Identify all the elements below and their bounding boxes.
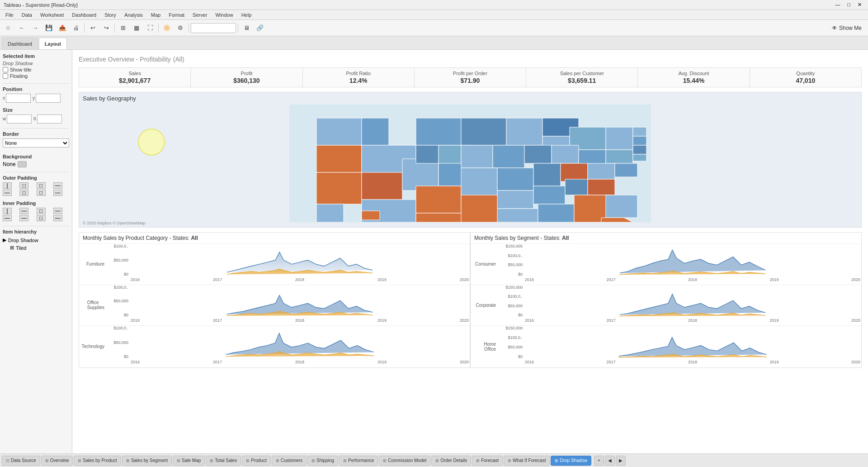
toolbar-print-btn[interactable]: 🖨 bbox=[70, 22, 82, 34]
hierarchy-child-label: Tiled bbox=[16, 245, 26, 251]
menu-map[interactable]: Map bbox=[147, 11, 164, 19]
tab-add-btn[interactable]: + bbox=[594, 456, 604, 466]
tab-forecast-label: Forecast bbox=[481, 458, 499, 463]
tab-customers[interactable]: ⊞ Customers bbox=[272, 456, 307, 466]
floating-checkbox[interactable] bbox=[3, 73, 8, 79]
toolbar-device-btn[interactable]: 🖥 bbox=[240, 22, 253, 34]
tab-shipping-label: Shipping bbox=[316, 458, 334, 463]
toolbar-publish-btn[interactable]: 📤 bbox=[56, 22, 69, 34]
toolbar-grid-btn[interactable]: ⊞ bbox=[117, 22, 129, 34]
menu-data[interactable]: Data bbox=[18, 11, 36, 19]
tab-scroll-left[interactable]: ◀ bbox=[605, 456, 615, 466]
toolbar-fit-btn[interactable]: ⛶ bbox=[144, 22, 156, 34]
minimize-btn[interactable]: — bbox=[832, 2, 843, 8]
h-label: h bbox=[33, 116, 36, 121]
state-ar bbox=[497, 191, 533, 209]
outer-pad-tr2[interactable]: — bbox=[53, 182, 62, 189]
background-color-swatch[interactable] bbox=[18, 161, 27, 167]
toolbar-new-btn[interactable]: ☆ bbox=[2, 22, 14, 34]
floating-row: Floating bbox=[3, 73, 69, 79]
outer-pad-tc[interactable]: □ bbox=[19, 182, 28, 189]
menu-format[interactable]: Format bbox=[165, 11, 188, 19]
tech-svg bbox=[130, 326, 470, 359]
show-title-checkbox[interactable] bbox=[3, 67, 8, 72]
toolbar-save-btn[interactable]: 💾 bbox=[42, 22, 55, 34]
hierarchy-root-item[interactable]: ▶ Drop Shadow bbox=[3, 236, 69, 244]
tab-order-details[interactable]: ⊞ Order Details bbox=[431, 456, 471, 466]
kpi-sales-label: Sales bbox=[81, 71, 189, 76]
toolbar-layout-btn[interactable]: ▦ bbox=[130, 22, 143, 34]
tab-what-if-forecast[interactable]: ⊞ What If Forecast bbox=[504, 456, 550, 466]
menu-dashboard[interactable]: Dashboard bbox=[68, 11, 100, 19]
close-btn[interactable]: ✕ bbox=[855, 2, 864, 8]
tab-performance[interactable]: ⊞ Performance bbox=[339, 456, 378, 466]
commission-icon: ⊞ bbox=[383, 458, 387, 463]
inner-pad-mr2[interactable]: — bbox=[53, 215, 62, 221]
position-x-input[interactable] bbox=[6, 94, 31, 103]
what-if-icon: ⊞ bbox=[508, 458, 511, 463]
outer-pad-tl[interactable]: | bbox=[3, 182, 12, 189]
state-sd bbox=[416, 145, 439, 163]
tab-product-label: Product bbox=[251, 458, 266, 463]
tab-drop-shadow[interactable]: ⊞ Drop Shadow bbox=[551, 456, 591, 466]
menu-server[interactable]: Server bbox=[189, 11, 211, 19]
tab-scroll-right[interactable]: ▶ bbox=[616, 456, 626, 466]
outer-pad-mr[interactable]: □ bbox=[37, 190, 46, 196]
inner-pad-tl[interactable]: | bbox=[3, 208, 12, 214]
position-y-input[interactable] bbox=[36, 94, 61, 103]
tab-total-sales[interactable]: ⊞ Total Sales bbox=[206, 456, 241, 466]
state-ct bbox=[633, 127, 646, 136]
divider3 bbox=[3, 172, 69, 172]
state-ca bbox=[316, 172, 362, 204]
toolbar-forward-btn[interactable]: → bbox=[29, 22, 42, 34]
toolbar-redo-btn[interactable]: ↪ bbox=[100, 22, 113, 34]
toolbar-share-btn[interactable]: 🔗 bbox=[254, 22, 266, 34]
maximize-btn[interactable]: □ bbox=[844, 2, 853, 8]
position-label: Position bbox=[3, 86, 69, 92]
menu-analysis[interactable]: Analysis bbox=[121, 11, 146, 19]
show-me-button[interactable]: 👁 Show Me bbox=[827, 23, 866, 33]
chart-corporate-row: Corporate $150,000$100,0..$50,000$0 bbox=[471, 285, 861, 326]
outer-padding-section: Outer Padding | □ □ — — □ □ — bbox=[3, 175, 69, 196]
inner-pad-mc[interactable]: — bbox=[19, 215, 28, 221]
toolbar-filter-btn[interactable]: ⚙ bbox=[174, 22, 187, 34]
tab-commission-model[interactable]: ⊞ Commission Model bbox=[379, 456, 430, 466]
tab-product[interactable]: ⊞ Product bbox=[242, 456, 270, 466]
menu-file[interactable]: File bbox=[2, 11, 17, 19]
width-input[interactable]: 1,400 bbox=[7, 114, 32, 124]
inner-pad-mr[interactable]: □ bbox=[37, 215, 46, 221]
menu-worksheet[interactable]: Worksheet bbox=[37, 11, 67, 19]
menu-story[interactable]: Story bbox=[101, 11, 120, 19]
hierarchy-child-item[interactable]: ⊞ Tiled bbox=[3, 244, 69, 252]
tab-dashboard[interactable]: Dashboard bbox=[2, 38, 38, 49]
kpi-profit-ratio: Profit Ratio 12.4% bbox=[303, 68, 415, 87]
show-title-row: Show title bbox=[3, 67, 69, 72]
menu-window[interactable]: Window bbox=[212, 11, 237, 19]
inner-pad-ml[interactable]: — bbox=[3, 215, 12, 221]
tab-data-source[interactable]: ⊡ Data Source bbox=[2, 456, 40, 466]
kpi-profit-value: $360,130 bbox=[193, 77, 300, 84]
toolbar-back-btn[interactable]: ← bbox=[15, 22, 28, 34]
tab-shipping[interactable]: ⊞ Shipping bbox=[307, 456, 338, 466]
inner-pad-tr[interactable]: □ bbox=[37, 208, 46, 214]
outer-pad-ml[interactable]: — bbox=[3, 190, 12, 196]
tab-layout[interactable]: Layout bbox=[39, 38, 67, 49]
tab-sales-by-product[interactable]: ⊞ Sales by Product bbox=[74, 456, 121, 466]
tab-overview[interactable]: ⊞ Overview bbox=[41, 456, 73, 466]
tab-controls: + ◀ ▶ bbox=[594, 456, 626, 466]
tab-forecast[interactable]: ⊞ Forecast bbox=[472, 456, 503, 466]
inner-pad-tr2[interactable]: — bbox=[53, 208, 62, 214]
view-tabs: Dashboard Layout bbox=[0, 36, 868, 50]
inner-pad-tc[interactable]: — bbox=[19, 208, 28, 214]
toolbar-undo-btn[interactable]: ↩ bbox=[86, 22, 99, 34]
outer-pad-mr2[interactable]: — bbox=[53, 190, 62, 196]
outer-pad-mc[interactable]: □ bbox=[19, 190, 28, 196]
menu-help[interactable]: Help bbox=[238, 11, 255, 19]
height-input[interactable]: 900 bbox=[37, 114, 62, 124]
toolbar-search-input[interactable] bbox=[191, 23, 236, 33]
outer-pad-tr[interactable]: □ bbox=[37, 182, 46, 189]
toolbar-highlight-btn[interactable]: 🔆 bbox=[160, 22, 173, 34]
border-select[interactable]: None bbox=[3, 138, 69, 148]
tab-sale-map[interactable]: ⊞ Sale Map bbox=[173, 456, 205, 466]
tab-sales-by-segment[interactable]: ⊞ Sales by Segment bbox=[122, 456, 172, 466]
